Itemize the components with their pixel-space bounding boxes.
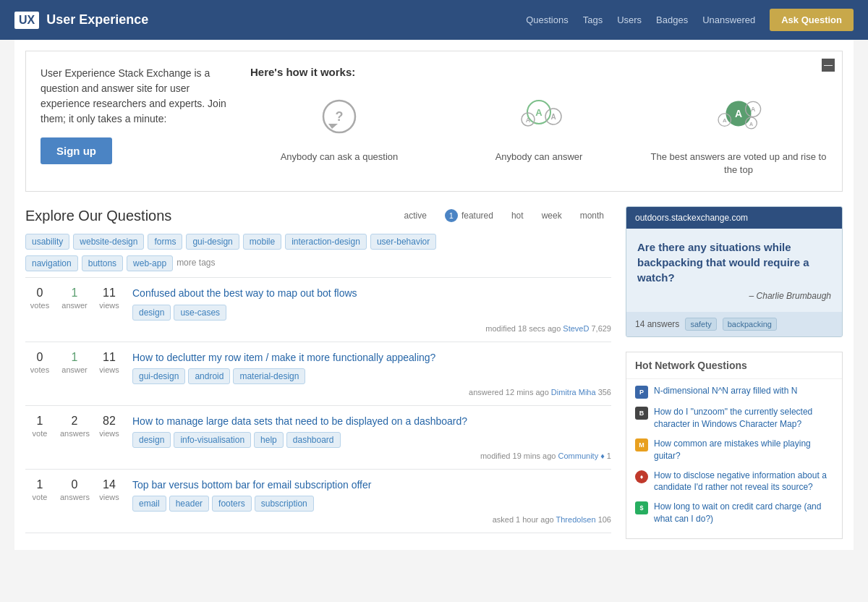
nav-questions[interactable]: Questions	[526, 14, 569, 25]
ask-question-button[interactable]: Ask Question	[770, 9, 854, 31]
user-link[interactable]: SteveD	[563, 324, 589, 333]
tag-usability[interactable]: usability	[25, 234, 69, 250]
hot-question-link[interactable]: How common are mistakes while playing gu…	[654, 438, 833, 462]
tag-info-visualisation[interactable]: info-visualisation	[174, 432, 251, 448]
views-stat: 82 views	[95, 415, 124, 438]
tag-android[interactable]: android	[188, 368, 230, 384]
tag-gui-design[interactable]: gui-design	[132, 368, 185, 384]
svg-text:A: A	[526, 116, 531, 124]
hot-site-icon: ♦	[635, 470, 648, 483]
question-title-link[interactable]: How to manage large data sets that need …	[132, 415, 611, 428]
hot-site-icon: $	[635, 501, 648, 514]
hot-question-link[interactable]: N-dimensional N^N array filled with N	[654, 385, 797, 397]
tag-mobile[interactable]: mobile	[243, 234, 281, 250]
close-banner-button[interactable]: —	[822, 59, 835, 72]
table-row: 0 votes 1 answer 11 views Confu	[25, 278, 611, 342]
tag-forms[interactable]: forms	[148, 234, 182, 250]
views-label: views	[99, 301, 119, 310]
answers-count: 1	[60, 287, 89, 300]
welcome-text-area: User Experience Stack Exchange is a ques…	[41, 66, 229, 164]
tag-material-design[interactable]: material-design	[233, 368, 305, 384]
svg-marker-2	[328, 124, 338, 129]
user-link[interactable]: Thredolsen	[556, 515, 596, 524]
tag-footers[interactable]: footers	[212, 496, 252, 512]
welcome-banner: User Experience Stack Exchange is a ques…	[25, 51, 843, 192]
question-meta: modified 19 mins ago Community ♦ 1	[132, 452, 611, 460]
answers-label: answers	[60, 493, 90, 501]
votes-label: vote	[33, 493, 48, 501]
tag-interaction-design[interactable]: interaction-design	[285, 234, 367, 250]
votes-stat: 0 votes	[25, 287, 54, 310]
nav-tags[interactable]: Tags	[583, 14, 603, 25]
featured-tag-backpacking[interactable]: backpacking	[723, 318, 777, 331]
tag-design[interactable]: design	[132, 432, 171, 448]
tag-subscription[interactable]: subscription	[255, 496, 314, 512]
question-body: Top bar versus bottom bar for email subs…	[132, 478, 611, 524]
featured-card-body: Are there any situations while backpacki…	[626, 229, 842, 312]
answer-bubbles-icon: A A A	[514, 93, 564, 143]
hot-network-title: Hot Network Questions	[626, 352, 842, 379]
votes-label: votes	[30, 365, 49, 374]
filter-hot[interactable]: hot	[504, 208, 531, 224]
how-it-works-title: Here's how it works:	[250, 66, 827, 78]
hot-question-link[interactable]: How long to wait on credit card charge (…	[654, 501, 833, 525]
featured-answers-count: 14 answers	[635, 319, 679, 329]
question-title-link[interactable]: How to declutter my row item / make it m…	[132, 351, 611, 364]
nav-unanswered[interactable]: Unanswered	[702, 14, 755, 25]
list-item: ♦ How to disclose negative information a…	[635, 470, 833, 494]
filter-featured[interactable]: 1featured	[438, 206, 501, 225]
hot-site-icon: P	[635, 386, 648, 399]
tag-header[interactable]: header	[169, 496, 209, 512]
question-meta: modified 18 secs ago SteveD 7,629	[132, 324, 611, 333]
svg-text:A: A	[751, 106, 756, 113]
list-item: M How common are mistakes while playing …	[635, 438, 833, 462]
list-item: B How do I "unzoom" the currently select…	[635, 406, 833, 431]
answers-stat: 0 answers	[60, 478, 89, 502]
votes-count: 1	[25, 478, 54, 491]
tag-navigation[interactable]: navigation	[25, 255, 78, 271]
tag-use-cases[interactable]: use-cases	[174, 305, 226, 321]
filter-month[interactable]: month	[573, 208, 611, 224]
svg-text:A: A	[550, 113, 556, 121]
tag-buttons[interactable]: buttons	[82, 255, 123, 271]
tag-website-design[interactable]: website-design	[73, 234, 144, 250]
featured-tag-safety[interactable]: safety	[685, 318, 716, 331]
filter-active[interactable]: active	[397, 208, 434, 224]
signup-button[interactable]: Sign up	[41, 137, 112, 164]
nav-badges[interactable]: Badges	[656, 14, 688, 25]
tag-email[interactable]: email	[132, 496, 166, 512]
votes-stat: 0 votes	[25, 351, 54, 375]
question-title-link[interactable]: Top bar versus bottom bar for email subs…	[132, 478, 611, 491]
question-tags: design use-cases	[132, 305, 611, 321]
site-logo[interactable]: UX User Experience	[14, 12, 148, 29]
tag-web-app[interactable]: web-app	[127, 255, 173, 271]
question-tags: gui-design android material-design	[132, 368, 611, 384]
tag-gui-design[interactable]: gui-design	[186, 234, 239, 250]
hot-question-link[interactable]: How to disclose negative information abo…	[654, 470, 833, 494]
hot-site-icon: M	[635, 438, 648, 452]
user-link[interactable]: Dimitra Miha	[551, 388, 596, 397]
question-bubble-icon: ?	[314, 93, 365, 143]
more-tags-link[interactable]: more tags	[176, 255, 215, 271]
tag-dashboard[interactable]: dashboard	[286, 432, 341, 448]
tag-design[interactable]: design	[132, 305, 171, 321]
answers-count: 0	[60, 478, 89, 491]
question-stats: 1 vote 0 answers 14 views	[25, 478, 124, 502]
votes-label: votes	[30, 301, 49, 310]
question-tags: email header footers subscription	[132, 496, 611, 512]
question-title-link[interactable]: Confused about the best way to map out b…	[132, 287, 611, 300]
table-row: 0 votes 1 answer 11 views How t	[25, 342, 611, 406]
sidebar: outdoors.stackexchange.com Are there any…	[626, 206, 843, 538]
step-voted-label: The best answers are voted up and rise t…	[650, 150, 827, 177]
filter-week[interactable]: week	[535, 208, 569, 224]
svg-text:A: A	[735, 108, 742, 119]
hot-question-link[interactable]: How do I "unzoom" the currently selected…	[654, 406, 833, 431]
tag-user-behavior[interactable]: user-behavior	[370, 234, 436, 250]
featured-question-text: Are there any situations while backpacki…	[637, 239, 831, 285]
hot-site-icon: B	[635, 407, 648, 420]
main-container: User Experience Stack Exchange is a ques…	[14, 40, 854, 550]
tag-help[interactable]: help	[254, 432, 284, 448]
nav-users[interactable]: Users	[617, 14, 642, 25]
user-link[interactable]: Community ♦	[558, 452, 605, 460]
site-header: UX User Experience Questions Tags Users …	[0, 0, 868, 40]
